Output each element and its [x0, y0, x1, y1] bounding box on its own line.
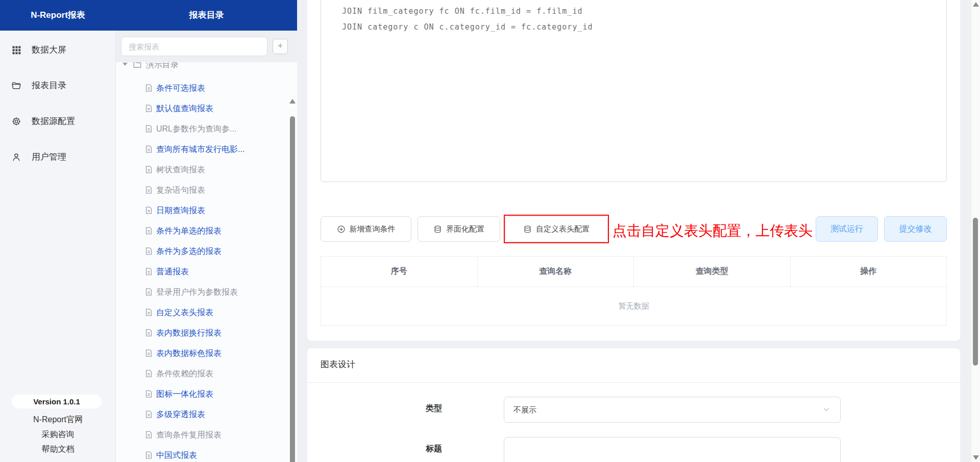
button-label: 自定义表头配置 [536, 224, 590, 234]
tree-item-label: 默认值查询报表 [156, 98, 213, 119]
tree-item[interactable]: 自定义表头报表 [116, 302, 289, 323]
document-icon [144, 288, 153, 297]
sidebar-item-label: 报表目录 [32, 75, 66, 96]
tree-item[interactable]: 树状查询报表 [116, 160, 289, 180]
chart-title-input[interactable] [504, 437, 841, 462]
document-icon [144, 145, 153, 154]
chart-design-card: 图表设计 类型 不展示 标题 [307, 348, 960, 462]
sidebar-item-label: 数据大屏 [32, 40, 66, 60]
tree-item-label: 图标一体化报表 [156, 384, 213, 404]
select-value: 不展示 [513, 397, 536, 422]
grid-icon [11, 45, 21, 55]
add-query-condition-button[interactable]: 新增查询条件 [321, 216, 411, 242]
document-icon [144, 410, 153, 419]
custom-table-header-button[interactable]: 自定义表头配置 [505, 216, 607, 242]
sidebar-item-dashboard[interactable]: 数据大屏 [0, 40, 116, 60]
panel-title: 报表目录 [116, 0, 297, 31]
database-icon [523, 225, 532, 234]
tree-item[interactable]: 表内数据换行报表 [116, 323, 289, 343]
tree-item[interactable]: 条件为单选的报表 [116, 221, 289, 241]
tree-item-label: 查询所有城市发行电影... [156, 139, 244, 160]
sidebar-item-label: 用户管理 [32, 147, 66, 167]
tree-item-label: 表内数据换行报表 [156, 323, 222, 343]
tree-item-label: 条件为多选的报表 [156, 241, 222, 262]
tree-item[interactable]: 日期查询报表 [116, 200, 289, 221]
button-label: 界面化配置 [446, 224, 484, 234]
submit-changes-button[interactable]: 提交修改 [884, 216, 947, 242]
tree-item[interactable]: 复杂语句报表 [116, 180, 289, 200]
document-icon [144, 165, 153, 174]
window-scrollbar-thumb[interactable] [973, 218, 978, 366]
tree-item-label: 条件依赖的报表 [156, 364, 213, 384]
footer-link-official-site[interactable]: N-Report官网 [0, 413, 116, 426]
title-field-label: 标题 [384, 444, 442, 456]
tree-item[interactable]: 条件可选报表 [116, 78, 289, 98]
tree-item-label: 自定义表头报表 [156, 302, 213, 323]
ui-config-button[interactable]: 界面化配置 [418, 216, 500, 242]
footer-link-help-docs[interactable]: 帮助文档 [0, 443, 116, 456]
tree-item[interactable]: 查询所有城市发行电影... [116, 139, 289, 160]
footer-link-purchase[interactable]: 采购咨询 [0, 428, 116, 441]
tree-item[interactable]: 图标一体化报表 [116, 384, 289, 404]
document-icon [144, 451, 153, 460]
tree-scrollbar-thumb[interactable] [290, 116, 295, 462]
tree-scrollbar[interactable] [288, 62, 297, 462]
app-header: N-Report报表 报表目录 [0, 0, 297, 31]
column-header-actions: 操作 [791, 256, 947, 287]
scroll-up-icon[interactable] [973, 2, 979, 7]
plus-circle-icon [337, 225, 346, 234]
tree-item[interactable]: 默认值查询报表 [116, 98, 289, 119]
sql-code: JOIN film_category fc ON fc.film_id = f.… [342, 4, 593, 35]
sql-editor[interactable]: JOIN film_category fc ON fc.film_id = f.… [321, 0, 947, 182]
search-input[interactable] [121, 37, 267, 56]
sidebar-item-users[interactable]: 用户管理 [0, 147, 116, 167]
column-header-index: 序号 [321, 256, 478, 287]
tree-item[interactable]: 条件依赖的报表 [116, 364, 289, 384]
sidebar-item-datasource[interactable]: 数据源配置 [0, 111, 116, 132]
section-title: 图表设计 [321, 358, 355, 370]
tree-item[interactable]: 登录用户作为参数报表 [116, 282, 289, 302]
main-content: JOIN film_category fc ON fc.film_id = f.… [297, 0, 980, 462]
tree-item-label: 日期查询报表 [156, 200, 205, 221]
report-tree-panel: 演示目录 条件可选报表 默认值查询报表 URL参数作为查询参... 查询所有城市… [116, 31, 297, 462]
tree-item[interactable]: 表内数据标色报表 [116, 343, 289, 364]
tree-item-label: 条件可选报表 [156, 78, 205, 98]
annotation-text: 点击自定义表头配置，上传表头 [612, 221, 813, 241]
document-icon [144, 430, 153, 440]
document-icon [144, 369, 153, 378]
document-icon [144, 206, 153, 215]
document-icon [144, 84, 153, 93]
sidebar-item-label: 数据源配置 [32, 111, 75, 132]
tree-item-label: 普通报表 [156, 262, 189, 282]
user-icon [11, 152, 21, 162]
add-report-button[interactable]: + [273, 39, 288, 54]
tree-item[interactable]: 条件为多选的报表 [116, 241, 289, 262]
tree-item[interactable]: 查询条件复用报表 [116, 425, 289, 445]
tree-item-label: 多级穿透报表 [156, 404, 205, 425]
document-icon [144, 186, 153, 195]
window-scrollbar[interactable] [971, 0, 980, 462]
document-icon [144, 349, 153, 358]
scroll-up-icon[interactable] [289, 99, 296, 104]
tree-item[interactable]: 中国式报表 [116, 445, 289, 462]
type-field-label: 类型 [384, 403, 442, 416]
scroll-down-icon[interactable] [973, 455, 979, 460]
query-list-table: 序号 查询名称 查询类型 操作 暂无数据 [321, 256, 947, 326]
table-header-row: 序号 查询名称 查询类型 操作 [321, 256, 946, 287]
folder-icon [11, 81, 21, 91]
tree-item[interactable]: 多级穿透报表 [116, 404, 289, 425]
document-icon [144, 308, 153, 317]
test-run-button[interactable]: 测试运行 [816, 216, 878, 242]
tree-item[interactable]: URL参数作为查询参... [116, 119, 289, 139]
query-config-card: JOIN film_category fc ON fc.film_id = f.… [307, 0, 960, 341]
tree-item-label: 树状查询报表 [156, 160, 205, 180]
chart-type-select[interactable]: 不展示 [504, 397, 841, 423]
sidebar-item-report-catalog[interactable]: 报表目录 [0, 75, 116, 96]
section-divider [307, 382, 960, 383]
tree-item-label: URL参数作为查询参... [156, 119, 236, 139]
tree-item[interactable]: 普通报表 [116, 262, 289, 282]
database-icon [433, 225, 442, 234]
document-icon [144, 124, 153, 134]
plus-icon: + [278, 41, 283, 51]
tree-item-label: 表内数据标色报表 [156, 343, 222, 364]
